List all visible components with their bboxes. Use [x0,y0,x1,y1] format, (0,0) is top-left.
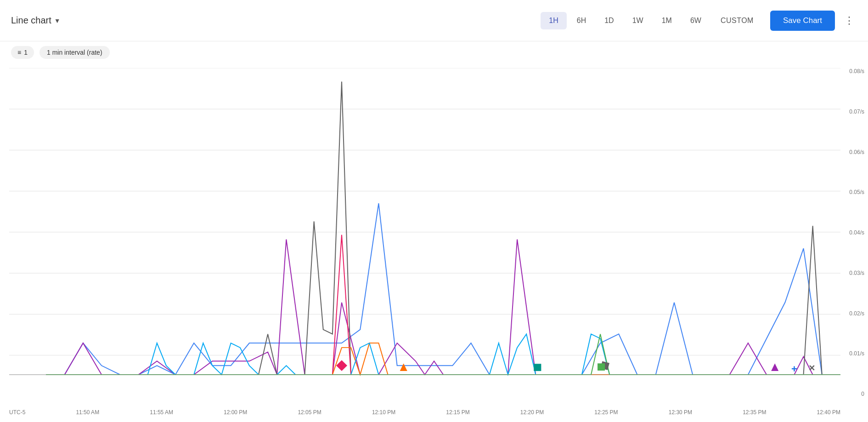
chart-type-label: Line chart [11,15,51,26]
x-label-1150: 11:50 AM [76,409,99,416]
more-options-button[interactable]: ⋮ [841,12,857,29]
time-btn-1w[interactable]: 1W [624,12,652,29]
y-label-8: 0 [849,391,864,397]
x-label-1210: 12:10 PM [372,409,395,416]
x-label-1235: 12:35 PM [743,409,766,416]
y-label-6: 0.02/s [849,310,864,317]
chart-area: 0.08/s 0.07/s 0.06/s 0.05/s 0.04/s 0.03/… [0,63,868,420]
y-label-0: 0.08/s [849,68,864,74]
interval-badge[interactable]: 1 min interval (rate) [39,46,110,59]
triangle-marker-purple [771,363,778,371]
time-btn-1d[interactable]: 1D [596,12,622,29]
chart-type-selector[interactable]: Line chart ▼ [11,15,61,26]
diamond-marker [336,360,347,371]
x-label-1225: 12:25 PM [594,409,618,416]
square-marker-green [597,363,605,371]
x-label-1200: 12:00 PM [224,409,247,416]
time-btn-6h[interactable]: 6H [569,12,594,29]
y-label-7: 0.01/s [849,350,864,357]
time-btn-custom[interactable]: CUSTOM [711,12,763,29]
x-axis-labels: UTC-5 11:50 AM 11:55 AM 12:00 PM 12:05 P… [9,409,840,416]
time-btn-1m[interactable]: 1M [654,12,680,29]
filter-count: 1 [24,49,28,56]
x-label-utc: UTC-5 [9,409,25,416]
time-btn-1h[interactable]: 1H [541,12,566,29]
save-chart-button[interactable]: Save Chart [770,11,835,31]
header: Line chart ▼ 1H 6H 1D 1W 1M 6W CUSTOM Sa… [0,0,868,41]
square-marker-teal [534,364,541,371]
time-btn-6w[interactable]: 6W [682,12,710,29]
y-axis-labels: 0.08/s 0.07/s 0.06/s 0.05/s 0.04/s 0.03/… [849,68,864,397]
y-label-2: 0.06/s [849,149,864,155]
y-label-3: 0.05/s [849,189,864,195]
y-label-4: 0.04/s [849,229,864,236]
filter-badge[interactable]: ≡ 1 [11,46,34,59]
x-label-1205: 12:05 PM [298,409,321,416]
svg-text:+: + [791,363,797,375]
sub-header: ≡ 1 1 min interval (rate) [0,41,868,63]
x-label-1230: 12:30 PM [669,409,692,416]
chart-svg: + ✕ [9,68,840,397]
svg-text:✕: ✕ [808,364,815,373]
x-label-1240: 12:40 PM [817,409,840,416]
triangle-marker-orange [400,363,407,371]
x-label-1155: 11:55 AM [150,409,173,416]
y-label-1: 0.07/s [849,108,864,115]
x-label-1215: 12:15 PM [446,409,469,416]
y-label-5: 0.03/s [849,270,864,276]
interval-label: 1 min interval (rate) [47,49,102,56]
time-range-group: 1H 6H 1D 1W 1M 6W CUSTOM Save Chart ⋮ [541,11,857,31]
dropdown-arrow-icon: ▼ [54,17,61,24]
filter-icon: ≡ [17,49,21,56]
x-label-1220: 12:20 PM [520,409,544,416]
